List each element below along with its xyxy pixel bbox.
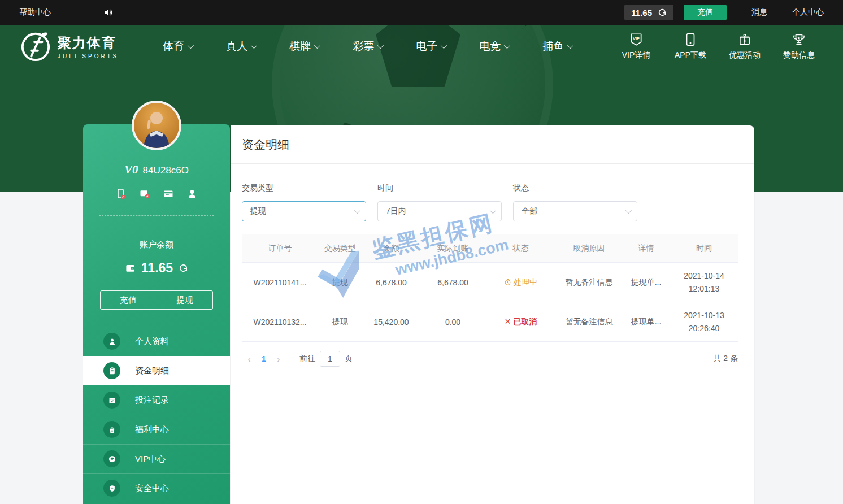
sidebar-item-security[interactable]: 安全中心 — [83, 473, 230, 503]
refresh-balance-icon[interactable] — [179, 263, 188, 273]
chevron-down-icon — [625, 207, 632, 214]
user-identity: V0 84U28c6O — [83, 163, 230, 177]
vip-level: V0 — [124, 163, 138, 177]
page-number[interactable]: 1 — [257, 354, 271, 363]
status-badge: ✕已取消 — [485, 302, 556, 342]
app-download-link[interactable]: APP下载 — [663, 32, 718, 60]
filter-label-type: 交易类型 — [242, 183, 372, 193]
page-background-right — [754, 192, 843, 504]
funds-table: 订单号 交易类型 金额 实际到账 状态 取消原因 详情 时间 W20211014… — [242, 234, 738, 342]
shield-icon — [103, 480, 120, 497]
x-icon: ✕ — [505, 317, 511, 326]
col-status: 状态 — [485, 234, 556, 263]
nav-item-fishing[interactable]: 捕鱼 — [525, 39, 589, 54]
balance-value: 11.65 — [141, 260, 173, 276]
messages-link[interactable]: 消息 — [751, 7, 767, 18]
col-type: 交易类型 — [318, 234, 362, 263]
sidebar-item-vip[interactable]: VIP中心 — [83, 444, 230, 473]
time-range-select[interactable]: 7日内 — [377, 201, 502, 221]
balance-row: 11.65 — [83, 260, 230, 276]
nav-item-sports[interactable]: 体育 — [146, 39, 209, 54]
page-background-left — [0, 192, 83, 504]
trophy-icon — [792, 32, 806, 47]
phone-verified-icon[interactable] — [115, 188, 127, 202]
promotions-link[interactable]: 优惠活动 — [718, 32, 772, 60]
welfare-bag-icon — [103, 421, 120, 438]
sidebar-item-funds[interactable]: 资金明细 — [83, 356, 230, 385]
logo-icon — [19, 30, 52, 63]
chevron-down-icon — [490, 207, 496, 214]
person-icon[interactable] — [186, 188, 198, 202]
bet-record-icon — [103, 392, 120, 409]
table-row: W202110132... 提现 15,420.00 0.00 ✕已取消 暂无备… — [242, 302, 738, 342]
help-center-link[interactable]: 帮助中心 — [19, 7, 51, 18]
filters: 交易类型 提现 时间 7日内 状态 全部 — [231, 164, 754, 221]
person-icon — [103, 333, 120, 350]
gift-box-icon — [737, 32, 752, 47]
site-logo[interactable]: 聚力体育 JULI SPORTS — [19, 30, 119, 63]
filter-label-status: 状态 — [513, 183, 643, 193]
page-suffix: 页 — [345, 354, 353, 364]
transaction-type-select[interactable]: 提现 — [242, 201, 366, 221]
avatar[interactable] — [132, 101, 181, 150]
verification-icons — [83, 188, 230, 202]
col-actual: 实际到账 — [420, 234, 485, 263]
nav-item-live[interactable]: 真人 — [209, 39, 272, 54]
chevron-down-icon — [377, 42, 384, 49]
profile-center-link[interactable]: 个人中心 — [792, 7, 824, 18]
topbar-balance-value: 11.65 — [631, 8, 652, 18]
sidebar-item-profile[interactable]: 个人资料 — [83, 327, 230, 356]
topbar-recharge-button[interactable]: 充值 — [684, 5, 727, 20]
chevron-down-icon — [567, 42, 573, 49]
stopwatch-icon — [504, 279, 511, 286]
order-number: W202110141... — [242, 263, 318, 302]
page-title: 资金明细 — [231, 125, 754, 164]
funds-detail-panel: 资金明细 交易类型 提现 时间 7日内 状态 全部 — [231, 125, 754, 504]
col-detail: 详情 — [622, 234, 670, 263]
detail-link[interactable]: 提现单... — [622, 302, 670, 342]
announcement-speaker-icon[interactable] — [103, 7, 113, 18]
table-header-row: 订单号 交易类型 金额 实际到账 状态 取消原因 详情 时间 — [242, 234, 738, 263]
bankcard-icon[interactable] — [163, 188, 174, 202]
goto-label: 前往 — [299, 354, 315, 364]
status-select[interactable]: 全部 — [513, 201, 637, 221]
ledger-icon — [103, 362, 120, 379]
chevron-down-icon — [188, 42, 194, 49]
next-page-button[interactable]: › — [271, 354, 286, 364]
phone-icon — [683, 32, 698, 47]
total-count: 共 2 条 — [713, 354, 738, 364]
logo-en-text: JULI SPORTS — [58, 53, 119, 59]
chevron-down-icon — [314, 42, 320, 49]
nav-item-chess[interactable]: 棋牌 — [272, 39, 336, 54]
divider — [99, 215, 214, 216]
page: 帮助中心 11.65 充值 消息 个人中心 聚力体育 JULI SPORTS — [0, 0, 843, 504]
sidebar-withdraw-button[interactable]: 提现 — [157, 291, 213, 309]
nav-item-lottery[interactable]: 彩票 — [336, 39, 399, 54]
nav-item-esports[interactable]: 电竞 — [462, 39, 525, 54]
sidebar-item-bets[interactable]: 投注记录 — [83, 385, 230, 415]
nav-item-slots[interactable]: 电子 — [399, 39, 462, 54]
topbar-balance[interactable]: 11.65 — [624, 5, 673, 20]
vip-badge-icon: VIP — [629, 32, 644, 47]
col-reason: 取消原因 — [556, 234, 622, 263]
user-sidebar: V0 84U28c6O 账户余额 11.65 充值 提现 — [83, 124, 230, 504]
sidebar-recharge-button[interactable]: 充值 — [101, 291, 157, 309]
goto-page-input[interactable] — [320, 351, 340, 367]
detail-link[interactable]: 提现单... — [622, 263, 670, 302]
nav-quick-links: VIP VIP详情 APP下载 优惠活动 赞助信息 — [609, 32, 826, 60]
col-time: 时间 — [670, 234, 738, 263]
top-utility-bar: 帮助中心 11.65 充值 消息 个人中心 — [0, 0, 843, 25]
wallet-icon — [125, 263, 136, 273]
chevron-down-icon — [441, 42, 447, 49]
status-badge: 处理中 — [485, 263, 556, 302]
vip-details-link[interactable]: VIP VIP详情 — [609, 32, 663, 60]
card-verified-icon[interactable] — [139, 188, 150, 202]
sponsorship-link[interactable]: 赞助信息 — [772, 32, 826, 60]
table-row: W202110141... 提现 6,678.00 6,678.00 处理中 暂… — [242, 263, 738, 302]
svg-text:VIP: VIP — [633, 36, 640, 41]
balance-label: 账户余额 — [83, 240, 230, 250]
vip-diamond-icon — [103, 450, 120, 467]
prev-page-button[interactable]: ‹ — [242, 354, 257, 364]
refresh-icon[interactable] — [658, 8, 667, 17]
sidebar-item-welfare[interactable]: 福利中心 — [83, 415, 230, 444]
